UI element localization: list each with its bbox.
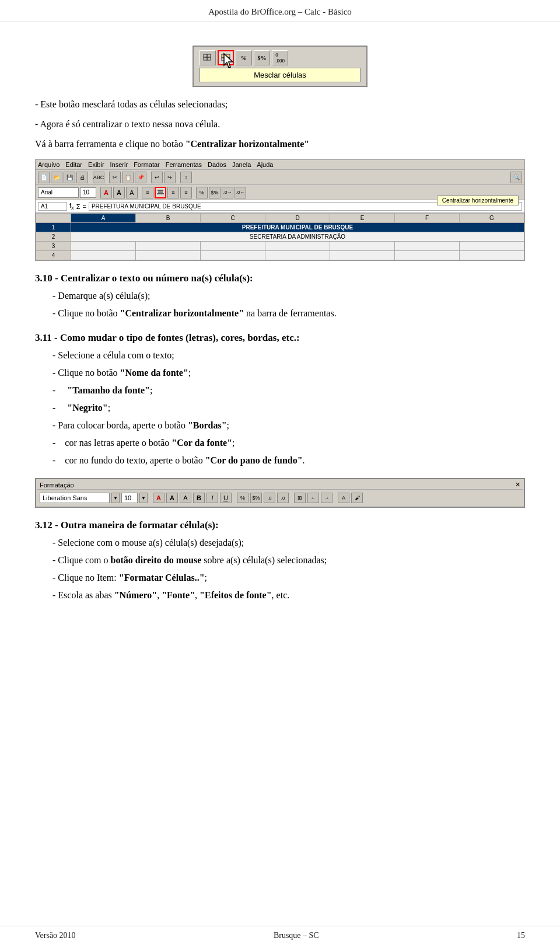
font-size-dropdown[interactable]: ▼: [139, 493, 148, 503]
cell-4e[interactable]: [330, 251, 395, 260]
tb2-percent[interactable]: %: [237, 493, 249, 503]
menu-editar[interactable]: Editar: [65, 161, 82, 168]
tb-align-justify[interactable]: ≡: [180, 187, 192, 198]
cell-4c[interactable]: [201, 251, 265, 260]
calc-toolbar2: Arial 10 A A A ≡ ≡ ≡ % $% .0→ .0← C: [36, 185, 524, 200]
col-header-c: C: [201, 214, 265, 223]
cell-3d[interactable]: [265, 242, 330, 251]
tb2-currency[interactable]: $%: [250, 493, 262, 503]
tb2-dec1[interactable]: .0: [264, 493, 275, 503]
tb-open[interactable]: 📂: [51, 172, 62, 183]
toolbar-icon-decimal[interactable]: 0.000: [272, 50, 288, 65]
cell-3b[interactable]: [136, 242, 201, 251]
menu-ajuda[interactable]: Ajuda: [257, 161, 273, 168]
tb-align-center-h[interactable]: [155, 187, 166, 198]
cell-4d[interactable]: [265, 251, 330, 260]
tb-font-a3[interactable]: A: [126, 187, 138, 198]
cell-4a[interactable]: [71, 251, 136, 260]
col-header-d: D: [265, 214, 330, 223]
corner-cell: [36, 214, 71, 223]
section-311-step6: - cor nas letras aperte o botão "Cor da …: [52, 436, 525, 450]
section-311-step4-text: - "Negrito";: [52, 403, 110, 413]
cell-3g[interactable]: [460, 242, 524, 251]
tb-cut[interactable]: ✂: [109, 172, 121, 183]
tb-align-left[interactable]: ≡: [142, 187, 153, 198]
merge-cells-screenshot: A % $% 0.000 M: [35, 46, 525, 87]
tb-font-a1[interactable]: A: [100, 187, 112, 198]
format-font-name[interactable]: Liberation Sans: [40, 493, 110, 503]
centralizar-tooltip: Centralizar horizontalmente: [437, 196, 519, 205]
cell-3c[interactable]: [201, 242, 265, 251]
tb2-color-font[interactable]: A: [338, 493, 349, 503]
format-toolbar-close[interactable]: ✕: [515, 481, 520, 489]
tb-redo[interactable]: ↪: [164, 172, 176, 183]
tb-percent[interactable]: %: [196, 187, 208, 198]
section-312-step1: - Selecione com o mouse a(s) célula(s) d…: [52, 536, 525, 550]
cell-3e[interactable]: [330, 242, 395, 251]
row-num-3: 3: [36, 242, 71, 251]
tb2-italic[interactable]: I: [206, 493, 218, 503]
menu-janela[interactable]: Janela: [232, 161, 251, 168]
tb2-indent-less[interactable]: ←: [307, 493, 319, 503]
font-name-input[interactable]: Arial: [38, 187, 79, 198]
menu-formatar[interactable]: Formatar: [134, 161, 160, 168]
section-311-step3-text: - "Tamanho da fonte";: [52, 385, 152, 395]
section-311-step3: - "Tamanho da fonte";: [52, 383, 525, 397]
tb-undo[interactable]: ↩: [151, 172, 163, 183]
tb-new[interactable]: 📄: [38, 172, 50, 183]
font-name-dropdown[interactable]: ▼: [111, 493, 120, 503]
toolbar-icon-grid[interactable]: [200, 50, 216, 65]
cell-a1-merged[interactable]: PREFEITURA MUNICIPAL DE BRUSQUE: [71, 223, 524, 232]
footer-location: Brusque – SC: [274, 931, 319, 940]
menu-ferramentas[interactable]: Ferramentas: [166, 161, 202, 168]
section-312-step2: - Clique com o botão direito do mouse so…: [52, 553, 525, 567]
section-312-heading: 3.12 - Outra maneira de formatar célula(…: [35, 519, 525, 531]
cell-3a[interactable]: [71, 242, 136, 251]
section-311-step6-text: - cor nas letras aperte o botão "Cor da …: [52, 438, 235, 448]
col-header-b: B: [136, 214, 201, 223]
tb2-bold[interactable]: B: [193, 493, 205, 503]
tb2-dec2[interactable]: .0: [277, 493, 289, 503]
tb-print[interactable]: 🖨: [76, 172, 88, 183]
tb-currency[interactable]: $%: [209, 187, 220, 198]
cell-4g[interactable]: [460, 251, 524, 260]
menu-inserir[interactable]: Inserir: [110, 161, 128, 168]
tb2-color-bg[interactable]: 🖌: [351, 493, 363, 503]
font-size-input[interactable]: 10: [80, 187, 96, 198]
spreadsheet-grid: A B C D E F G 1 PREFEITURA MUNICIPAL DE …: [36, 213, 524, 260]
tb-spellcheck[interactable]: ABC: [93, 172, 104, 183]
cell-a2-merged[interactable]: SECRETARIA DA ADMINISTRAÇÃO: [71, 232, 524, 242]
tb-dec-decimal[interactable]: .0←: [235, 187, 246, 198]
tb2-indent-more[interactable]: →: [321, 493, 332, 503]
format-toolbar-row: Liberation Sans ▼ 10 ▼ A A A B I U %: [37, 491, 523, 504]
tb2-borders[interactable]: ⊞: [294, 493, 306, 503]
toolbar-icon-percent[interactable]: %: [236, 50, 252, 65]
tb-font-a2[interactable]: A: [113, 187, 125, 198]
tb-inc-decimal[interactable]: .0→: [222, 187, 233, 198]
menu-dados[interactable]: Dados: [208, 161, 226, 168]
cell-reference[interactable]: A1: [38, 202, 67, 211]
col-header-e: E: [330, 214, 395, 223]
tb2-font-a2[interactable]: A: [166, 493, 178, 503]
page-footer: Versão 2010 Brusque – SC 15: [0, 926, 560, 940]
tb-align-right[interactable]: ≡: [167, 187, 179, 198]
col-header-g: G: [460, 214, 524, 223]
menu-arquivo[interactable]: Arquivo: [38, 161, 60, 168]
tb2-underline[interactable]: U: [220, 493, 232, 503]
tb-paste[interactable]: 📌: [135, 172, 146, 183]
tb-copy[interactable]: 📋: [122, 172, 134, 183]
tb-save[interactable]: 💾: [64, 172, 75, 183]
row-num-4: 4: [36, 251, 71, 260]
menu-exibir[interactable]: Exibir: [88, 161, 104, 168]
tb-search[interactable]: 🔍: [510, 172, 522, 183]
format-font-size[interactable]: 10: [121, 493, 138, 503]
cell-4b[interactable]: [136, 251, 201, 260]
calc-toolbar1: 📄 📂 💾 🖨 ABC ✂ 📋 📌 ↩ ↪ ↕ 🔍: [36, 170, 524, 185]
tb2-font-a3[interactable]: A: [180, 493, 191, 503]
toolbar-icon-currency[interactable]: $%: [254, 50, 270, 65]
cell-3f[interactable]: [395, 242, 460, 251]
cell-4f[interactable]: [395, 251, 460, 260]
tb2-font-a1[interactable]: A: [153, 493, 164, 503]
tb-sort[interactable]: ↕: [180, 172, 192, 183]
section-311-step7: - cor no fundo do texto, aperte o botão …: [52, 454, 525, 468]
